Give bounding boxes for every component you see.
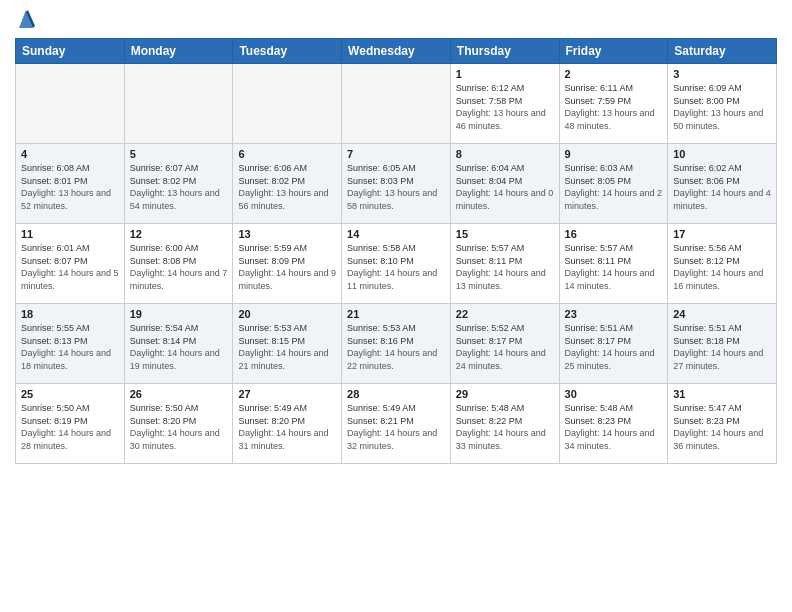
calendar-cell: 15Sunrise: 5:57 AMSunset: 8:11 PMDayligh… xyxy=(450,224,559,304)
day-number: 2 xyxy=(565,68,663,80)
header xyxy=(15,10,777,30)
day-info: Sunrise: 6:05 AMSunset: 8:03 PMDaylight:… xyxy=(347,162,445,212)
day-number: 7 xyxy=(347,148,445,160)
weekday-header-saturday: Saturday xyxy=(668,39,777,64)
logo xyxy=(15,10,35,30)
calendar-cell: 21Sunrise: 5:53 AMSunset: 8:16 PMDayligh… xyxy=(342,304,451,384)
calendar-cell: 25Sunrise: 5:50 AMSunset: 8:19 PMDayligh… xyxy=(16,384,125,464)
day-info: Sunrise: 5:53 AMSunset: 8:15 PMDaylight:… xyxy=(238,322,336,372)
day-number: 11 xyxy=(21,228,119,240)
calendar-week-3: 11Sunrise: 6:01 AMSunset: 8:07 PMDayligh… xyxy=(16,224,777,304)
calendar-cell: 12Sunrise: 6:00 AMSunset: 8:08 PMDayligh… xyxy=(124,224,233,304)
day-info: Sunrise: 5:56 AMSunset: 8:12 PMDaylight:… xyxy=(673,242,771,292)
day-number: 23 xyxy=(565,308,663,320)
day-number: 17 xyxy=(673,228,771,240)
calendar-cell: 16Sunrise: 5:57 AMSunset: 8:11 PMDayligh… xyxy=(559,224,668,304)
calendar-cell: 26Sunrise: 5:50 AMSunset: 8:20 PMDayligh… xyxy=(124,384,233,464)
calendar-cell: 4Sunrise: 6:08 AMSunset: 8:01 PMDaylight… xyxy=(16,144,125,224)
day-number: 8 xyxy=(456,148,554,160)
calendar-cell xyxy=(233,64,342,144)
weekday-header-tuesday: Tuesday xyxy=(233,39,342,64)
calendar-cell: 23Sunrise: 5:51 AMSunset: 8:17 PMDayligh… xyxy=(559,304,668,384)
calendar-cell: 22Sunrise: 5:52 AMSunset: 8:17 PMDayligh… xyxy=(450,304,559,384)
calendar-cell: 6Sunrise: 6:06 AMSunset: 8:02 PMDaylight… xyxy=(233,144,342,224)
day-number: 1 xyxy=(456,68,554,80)
day-number: 4 xyxy=(21,148,119,160)
calendar-week-5: 25Sunrise: 5:50 AMSunset: 8:19 PMDayligh… xyxy=(16,384,777,464)
day-info: Sunrise: 5:48 AMSunset: 8:22 PMDaylight:… xyxy=(456,402,554,452)
calendar-cell: 14Sunrise: 5:58 AMSunset: 8:10 PMDayligh… xyxy=(342,224,451,304)
calendar-table: SundayMondayTuesdayWednesdayThursdayFrid… xyxy=(15,38,777,464)
day-info: Sunrise: 5:58 AMSunset: 8:10 PMDaylight:… xyxy=(347,242,445,292)
calendar-week-4: 18Sunrise: 5:55 AMSunset: 8:13 PMDayligh… xyxy=(16,304,777,384)
day-info: Sunrise: 5:51 AMSunset: 8:17 PMDaylight:… xyxy=(565,322,663,372)
day-info: Sunrise: 6:00 AMSunset: 8:08 PMDaylight:… xyxy=(130,242,228,292)
calendar-cell: 24Sunrise: 5:51 AMSunset: 8:18 PMDayligh… xyxy=(668,304,777,384)
calendar-week-1: 1Sunrise: 6:12 AMSunset: 7:58 PMDaylight… xyxy=(16,64,777,144)
calendar-cell xyxy=(16,64,125,144)
calendar-cell: 28Sunrise: 5:49 AMSunset: 8:21 PMDayligh… xyxy=(342,384,451,464)
calendar-cell: 11Sunrise: 6:01 AMSunset: 8:07 PMDayligh… xyxy=(16,224,125,304)
calendar-cell: 5Sunrise: 6:07 AMSunset: 8:02 PMDaylight… xyxy=(124,144,233,224)
calendar-cell: 9Sunrise: 6:03 AMSunset: 8:05 PMDaylight… xyxy=(559,144,668,224)
calendar-cell: 19Sunrise: 5:54 AMSunset: 8:14 PMDayligh… xyxy=(124,304,233,384)
day-number: 6 xyxy=(238,148,336,160)
day-info: Sunrise: 5:48 AMSunset: 8:23 PMDaylight:… xyxy=(565,402,663,452)
day-info: Sunrise: 5:50 AMSunset: 8:20 PMDaylight:… xyxy=(130,402,228,452)
calendar-cell: 2Sunrise: 6:11 AMSunset: 7:59 PMDaylight… xyxy=(559,64,668,144)
calendar-cell: 29Sunrise: 5:48 AMSunset: 8:22 PMDayligh… xyxy=(450,384,559,464)
calendar-cell: 17Sunrise: 5:56 AMSunset: 8:12 PMDayligh… xyxy=(668,224,777,304)
day-info: Sunrise: 5:49 AMSunset: 8:21 PMDaylight:… xyxy=(347,402,445,452)
day-info: Sunrise: 6:12 AMSunset: 7:58 PMDaylight:… xyxy=(456,82,554,132)
day-info: Sunrise: 5:57 AMSunset: 8:11 PMDaylight:… xyxy=(456,242,554,292)
day-info: Sunrise: 6:03 AMSunset: 8:05 PMDaylight:… xyxy=(565,162,663,212)
day-info: Sunrise: 6:09 AMSunset: 8:00 PMDaylight:… xyxy=(673,82,771,132)
calendar-cell: 8Sunrise: 6:04 AMSunset: 8:04 PMDaylight… xyxy=(450,144,559,224)
day-number: 20 xyxy=(238,308,336,320)
day-info: Sunrise: 6:11 AMSunset: 7:59 PMDaylight:… xyxy=(565,82,663,132)
day-info: Sunrise: 5:59 AMSunset: 8:09 PMDaylight:… xyxy=(238,242,336,292)
day-number: 14 xyxy=(347,228,445,240)
day-number: 12 xyxy=(130,228,228,240)
day-number: 30 xyxy=(565,388,663,400)
calendar-cell: 10Sunrise: 6:02 AMSunset: 8:06 PMDayligh… xyxy=(668,144,777,224)
calendar-cell: 20Sunrise: 5:53 AMSunset: 8:15 PMDayligh… xyxy=(233,304,342,384)
day-number: 29 xyxy=(456,388,554,400)
calendar-cell: 18Sunrise: 5:55 AMSunset: 8:13 PMDayligh… xyxy=(16,304,125,384)
day-info: Sunrise: 6:07 AMSunset: 8:02 PMDaylight:… xyxy=(130,162,228,212)
page: SundayMondayTuesdayWednesdayThursdayFrid… xyxy=(0,0,792,612)
calendar-week-2: 4Sunrise: 6:08 AMSunset: 8:01 PMDaylight… xyxy=(16,144,777,224)
calendar-cell xyxy=(124,64,233,144)
day-number: 10 xyxy=(673,148,771,160)
day-number: 25 xyxy=(21,388,119,400)
day-info: Sunrise: 5:47 AMSunset: 8:23 PMDaylight:… xyxy=(673,402,771,452)
day-number: 13 xyxy=(238,228,336,240)
calendar-cell: 7Sunrise: 6:05 AMSunset: 8:03 PMDaylight… xyxy=(342,144,451,224)
day-number: 24 xyxy=(673,308,771,320)
day-info: Sunrise: 5:52 AMSunset: 8:17 PMDaylight:… xyxy=(456,322,554,372)
calendar-cell: 13Sunrise: 5:59 AMSunset: 8:09 PMDayligh… xyxy=(233,224,342,304)
weekday-header-friday: Friday xyxy=(559,39,668,64)
day-info: Sunrise: 5:51 AMSunset: 8:18 PMDaylight:… xyxy=(673,322,771,372)
weekday-header-row: SundayMondayTuesdayWednesdayThursdayFrid… xyxy=(16,39,777,64)
day-number: 31 xyxy=(673,388,771,400)
day-info: Sunrise: 6:02 AMSunset: 8:06 PMDaylight:… xyxy=(673,162,771,212)
day-number: 27 xyxy=(238,388,336,400)
day-info: Sunrise: 6:01 AMSunset: 8:07 PMDaylight:… xyxy=(21,242,119,292)
day-number: 5 xyxy=(130,148,228,160)
day-info: Sunrise: 6:04 AMSunset: 8:04 PMDaylight:… xyxy=(456,162,554,212)
day-number: 26 xyxy=(130,388,228,400)
day-info: Sunrise: 5:50 AMSunset: 8:19 PMDaylight:… xyxy=(21,402,119,452)
day-number: 19 xyxy=(130,308,228,320)
day-number: 22 xyxy=(456,308,554,320)
weekday-header-wednesday: Wednesday xyxy=(342,39,451,64)
weekday-header-thursday: Thursday xyxy=(450,39,559,64)
day-info: Sunrise: 5:54 AMSunset: 8:14 PMDaylight:… xyxy=(130,322,228,372)
day-number: 3 xyxy=(673,68,771,80)
day-info: Sunrise: 6:08 AMSunset: 8:01 PMDaylight:… xyxy=(21,162,119,212)
day-info: Sunrise: 5:55 AMSunset: 8:13 PMDaylight:… xyxy=(21,322,119,372)
day-number: 9 xyxy=(565,148,663,160)
day-number: 21 xyxy=(347,308,445,320)
day-info: Sunrise: 5:57 AMSunset: 8:11 PMDaylight:… xyxy=(565,242,663,292)
weekday-header-monday: Monday xyxy=(124,39,233,64)
